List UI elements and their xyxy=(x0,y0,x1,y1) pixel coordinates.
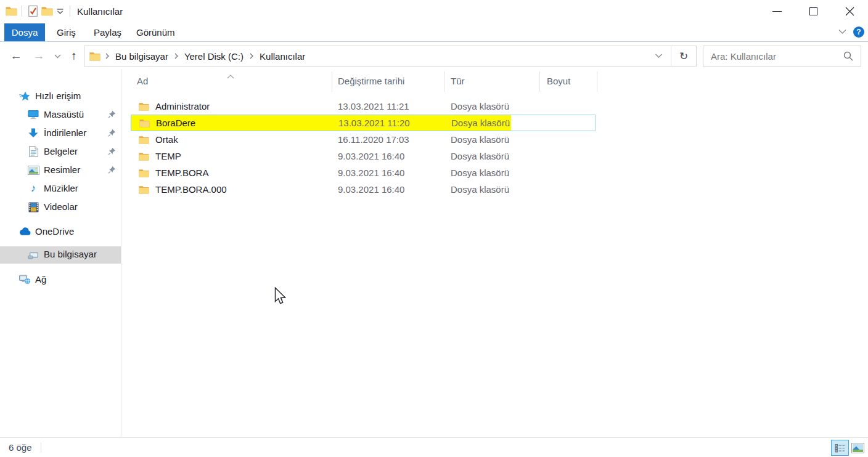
pin-icon xyxy=(108,110,116,120)
ribbon-collapse-button[interactable] xyxy=(838,29,847,34)
file-row-ortak[interactable]: Ortak 16.11.2020 17:03 Dosya klasörü xyxy=(131,131,596,148)
status-separator xyxy=(41,443,41,453)
thumbnail-view-icon xyxy=(851,443,864,453)
folder-icon xyxy=(139,102,149,111)
breadcrumb-users[interactable]: Kullanıcılar xyxy=(258,51,306,62)
search-icon[interactable] xyxy=(843,51,853,61)
file-row-administrator[interactable]: Administrator 13.03.2021 11:21 Dosya kla… xyxy=(131,98,596,115)
column-header-size[interactable]: Boyut xyxy=(547,69,570,92)
tab-giris[interactable]: Giriş xyxy=(49,23,83,41)
app-folder-icon xyxy=(6,6,17,16)
pin-icon xyxy=(108,165,116,176)
breadcrumb-chevron-icon xyxy=(105,53,109,59)
sidebar-item-onedrive[interactable]: OneDrive xyxy=(0,224,121,240)
customize-toolbar-icon xyxy=(57,9,63,14)
folder-icon xyxy=(139,169,149,177)
search-box xyxy=(703,46,861,67)
document-icon xyxy=(27,145,39,158)
chevron-down-icon xyxy=(54,54,61,59)
breadcrumb-local-disk[interactable]: Yerel Disk (C:) xyxy=(183,51,245,62)
qat-properties-button[interactable] xyxy=(27,3,39,19)
folder-icon xyxy=(139,135,149,144)
breadcrumb-this-pc[interactable]: Bu bilgisayar xyxy=(114,51,170,62)
window-title: Kullanıcılar xyxy=(77,6,123,17)
column-divider[interactable] xyxy=(539,71,540,92)
help-button[interactable]: ? xyxy=(853,26,864,38)
sidebar-item-this-pc[interactable]: Bu bilgisayar xyxy=(0,246,121,264)
navigation-pane: Hızlı erişim Masaüstü İndirilenler xyxy=(0,69,121,437)
file-list-pane: Ad Değiştirme tarihi Tür Boyut Administr… xyxy=(122,69,868,437)
quick-access-star-icon xyxy=(18,90,31,102)
address-row: ← → ↑ Bu bilgisayar Yerel Disk (C:) Kull… xyxy=(0,42,868,69)
sidebar-item-network[interactable]: Ağ xyxy=(0,272,121,288)
folder-icon xyxy=(139,119,150,127)
details-view-button[interactable] xyxy=(831,440,849,456)
breadcrumb-chevron-icon xyxy=(250,53,253,59)
new-folder-icon xyxy=(41,6,53,16)
properties-check-icon xyxy=(28,6,38,17)
details-view-icon xyxy=(835,443,845,453)
qat-customize-button[interactable] xyxy=(55,3,65,19)
sidebar-item-quick-access[interactable]: Hızlı erişim xyxy=(0,88,121,104)
address-dropdown-button[interactable] xyxy=(646,54,671,59)
back-button[interactable]: ← xyxy=(7,46,25,67)
column-divider[interactable] xyxy=(444,71,444,92)
refresh-button[interactable]: ↻ xyxy=(671,50,696,63)
ribbon-tab-row: Dosya Giriş Paylaş Görünüm ? xyxy=(0,22,868,42)
chevron-down-icon xyxy=(655,54,663,59)
sidebar-item-desktop[interactable]: Masaüstü xyxy=(0,107,121,123)
column-divider[interactable] xyxy=(332,71,332,92)
address-bar[interactable]: Bu bilgisayar Yerel Disk (C:) Kullanıcıl… xyxy=(84,46,697,67)
sidebar-item-documents[interactable]: Belgeler xyxy=(0,144,121,160)
breadcrumb-chevron-icon xyxy=(174,53,178,59)
close-icon xyxy=(845,7,854,16)
music-note-icon: ♪ xyxy=(27,182,39,195)
folder-icon xyxy=(139,185,149,194)
sidebar-item-videos[interactable]: Videolar xyxy=(0,199,121,215)
cloud-icon xyxy=(18,225,31,238)
file-row-boradere[interactable]: BoraDere 13.03.2021 11:20 Dosya klasörü xyxy=(131,115,596,131)
pin-icon xyxy=(108,128,116,139)
minimize-icon xyxy=(772,11,782,12)
folder-icon xyxy=(139,152,149,161)
desktop-icon xyxy=(27,108,39,121)
column-divider[interactable] xyxy=(597,71,597,92)
file-row-temp[interactable]: TEMP 9.03.2021 16:40 Dosya klasörü xyxy=(131,148,596,164)
column-header-type[interactable]: Tür xyxy=(451,69,465,92)
title-bar: Kullanıcılar xyxy=(0,0,868,22)
sidebar-item-pictures[interactable]: Resimler xyxy=(0,162,121,178)
forward-button[interactable]: → xyxy=(30,46,47,67)
up-button[interactable]: ↑ xyxy=(65,46,83,67)
minimize-button[interactable] xyxy=(759,0,795,22)
tab-dosya[interactable]: Dosya xyxy=(4,23,45,41)
tab-gorunum[interactable]: Görünüm xyxy=(129,23,182,41)
sidebar-item-downloads[interactable]: İndirilenler xyxy=(0,125,121,141)
computer-icon xyxy=(27,248,39,261)
column-header-date[interactable]: Değiştirme tarihi xyxy=(338,69,404,92)
search-input[interactable] xyxy=(703,51,843,62)
picture-icon xyxy=(27,164,39,176)
titlebar-separator xyxy=(70,6,70,17)
pin-icon xyxy=(108,147,116,157)
tab-paylas[interactable]: Paylaş xyxy=(86,23,129,41)
column-headers: Ad Değiştirme tarihi Tür Boyut xyxy=(122,69,868,92)
maximize-icon xyxy=(809,7,817,15)
network-icon xyxy=(18,273,31,286)
sidebar-item-music[interactable]: ♪ Müzikler xyxy=(0,180,121,196)
item-count: 6 öğe xyxy=(9,438,32,457)
titlebar-separator xyxy=(22,6,22,17)
status-bar: 6 öğe xyxy=(0,437,868,457)
thumbnail-view-button[interactable] xyxy=(851,442,865,454)
downloads-arrow-icon xyxy=(27,127,39,139)
film-icon xyxy=(27,201,39,213)
file-row-temp-bora[interactable]: TEMP.BORA 9.03.2021 16:40 Dosya klasörü xyxy=(131,164,596,181)
column-header-name[interactable]: Ad xyxy=(137,69,148,92)
explorer-window: Kullanıcılar Dosya Giriş Paylaş Görünüm xyxy=(0,0,868,457)
file-row-temp-bora-000[interactable]: TEMP.BORA.000 9.03.2021 16:40 Dosya klas… xyxy=(131,181,596,198)
recent-locations-button[interactable] xyxy=(51,46,64,67)
maximize-button[interactable] xyxy=(795,0,832,22)
close-button[interactable] xyxy=(832,0,868,22)
address-folder-icon xyxy=(89,52,100,61)
qat-new-folder-button[interactable] xyxy=(39,3,55,19)
sort-ascending-icon xyxy=(227,70,234,81)
